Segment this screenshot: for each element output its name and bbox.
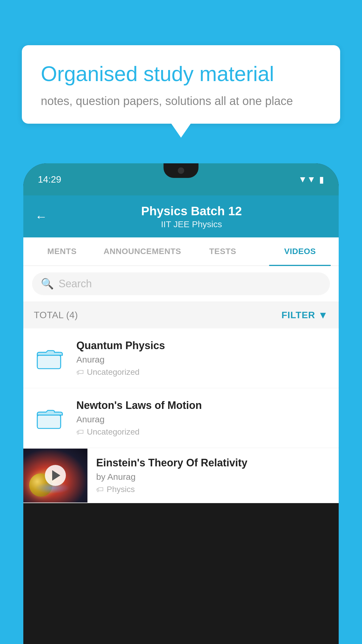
filter-label: FILTER bbox=[282, 310, 315, 321]
video-title: Einstein's Theory Of Relativity bbox=[96, 457, 330, 469]
filter-funnel-icon: ▼ bbox=[318, 309, 328, 321]
tag-label: Uncategorized bbox=[87, 427, 140, 437]
video-author: by Anurag bbox=[96, 472, 330, 482]
folder-icon-wrapper bbox=[34, 406, 66, 430]
video-info: Einstein's Theory Of Relativity by Anura… bbox=[87, 448, 339, 503]
list-item[interactable]: Einstein's Theory Of Relativity by Anura… bbox=[23, 448, 339, 503]
search-icon: 🔍 bbox=[41, 278, 54, 290]
tag-icon: 🏷 bbox=[76, 368, 84, 377]
speech-bubble-wrapper: Organised study material notes, question… bbox=[22, 45, 340, 124]
list-item[interactable]: Newton's Laws of Motion Anurag 🏷 Uncateg… bbox=[23, 388, 339, 448]
total-count: TOTAL (4) bbox=[34, 310, 78, 321]
tab-videos[interactable]: VIDEOS bbox=[261, 237, 339, 265]
thumbnail-wrapper bbox=[23, 449, 87, 503]
tabs-bar: MENTS ANNOUNCEMENTS TESTS VIDEOS bbox=[23, 237, 339, 266]
status-bar: 14:29 ▼▼ ▮ bbox=[23, 163, 339, 195]
video-author: Anurag bbox=[76, 414, 328, 424]
video-tag: 🏷 Uncategorized bbox=[76, 427, 328, 437]
svg-rect-1 bbox=[37, 355, 61, 369]
list-item[interactable]: Quantum Physics Anurag 🏷 Uncategorized bbox=[23, 328, 339, 388]
filter-row: TOTAL (4) FILTER ▼ bbox=[23, 302, 339, 328]
video-author: Anurag bbox=[76, 355, 328, 365]
tag-icon: 🏷 bbox=[76, 428, 84, 437]
header-title: Physics Batch 12 bbox=[56, 204, 327, 218]
back-button[interactable]: ← bbox=[35, 210, 47, 224]
search-bar-container: 🔍 Search bbox=[23, 266, 339, 302]
phone-frame: 14:29 ▼▼ ▮ ← Physics Batch 12 IIT JEE Ph… bbox=[23, 163, 339, 644]
header-subtitle: IIT JEE Physics bbox=[56, 219, 327, 229]
svg-rect-3 bbox=[37, 415, 61, 428]
speech-bubble: Organised study material notes, question… bbox=[22, 45, 340, 124]
filter-button[interactable]: FILTER ▼ bbox=[282, 309, 328, 321]
search-input[interactable]: Search bbox=[59, 278, 92, 290]
app-header: ← Physics Batch 12 IIT JEE Physics bbox=[23, 195, 339, 237]
tab-tests[interactable]: TESTS bbox=[184, 237, 261, 265]
tab-ments[interactable]: MENTS bbox=[23, 237, 101, 265]
play-icon bbox=[52, 470, 60, 481]
camera-dot bbox=[178, 167, 184, 174]
status-time: 14:29 bbox=[38, 174, 61, 185]
status-icons: ▼▼ ▮ bbox=[298, 174, 324, 185]
video-info: Newton's Laws of Motion Anurag 🏷 Uncateg… bbox=[76, 399, 328, 437]
tab-announcements[interactable]: ANNOUNCEMENTS bbox=[101, 237, 184, 265]
tag-icon: 🏷 bbox=[96, 485, 104, 494]
video-tag: 🏷 Uncategorized bbox=[76, 368, 328, 377]
video-info: Quantum Physics Anurag 🏷 Uncategorized bbox=[76, 340, 328, 377]
tag-label: Uncategorized bbox=[87, 368, 140, 377]
video-title: Quantum Physics bbox=[76, 340, 328, 352]
folder-icon-wrapper bbox=[34, 346, 66, 370]
bubble-title: Organised study material bbox=[41, 61, 321, 86]
content-area: Quantum Physics Anurag 🏷 Uncategorized N… bbox=[23, 328, 339, 503]
folder-icon bbox=[37, 346, 63, 370]
header-title-block: Physics Batch 12 IIT JEE Physics bbox=[56, 204, 327, 229]
search-bar[interactable]: 🔍 Search bbox=[32, 272, 330, 295]
play-button[interactable] bbox=[45, 465, 66, 486]
tag-label: Physics bbox=[107, 485, 135, 494]
battery-icon: ▮ bbox=[319, 174, 324, 185]
video-title: Newton's Laws of Motion bbox=[76, 399, 328, 412]
bubble-subtitle: notes, question papers, solutions all at… bbox=[41, 94, 321, 108]
wifi-icon: ▼▼ bbox=[298, 174, 316, 184]
video-tag: 🏷 Physics bbox=[96, 485, 330, 494]
folder-icon bbox=[37, 406, 63, 430]
notch bbox=[164, 163, 198, 178]
